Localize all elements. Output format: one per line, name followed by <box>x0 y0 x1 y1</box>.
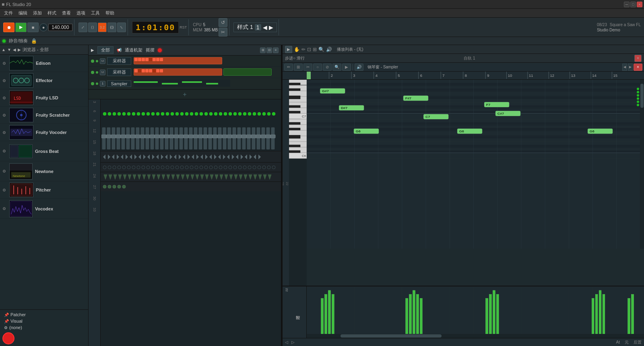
svg-rect-111 <box>233 128 236 149</box>
pattern-prev[interactable]: ◀ <box>263 24 267 31</box>
menu-options[interactable]: 选项 <box>74 10 88 16</box>
svg-text:8: 8 <box>465 74 467 78</box>
nav-down-icon[interactable]: ▼ <box>7 47 11 52</box>
svg-rect-420 <box>603 295 605 337</box>
plugin-item-pitcher[interactable]: ⚙ Pitcher <box>0 181 88 199</box>
maximize-button[interactable]: □ <box>630 2 636 7</box>
ch-mute-2[interactable]: M <box>100 70 105 75</box>
back-icon[interactable]: ◀ <box>13 47 16 52</box>
mode-group: ⤢ ⟨⟩ 3.2 ⟪⟫ ⤣ <box>77 19 128 35</box>
close-button[interactable]: × <box>637 2 642 7</box>
step-sequencer: 3 6 9 12 15 18 21 24 27 30 33 <box>89 99 281 346</box>
gear-icon-fruityvocoder: ⚙ <box>2 130 6 135</box>
ch-name-3[interactable]: Sampler <box>107 80 131 87</box>
record-btn2[interactable]: ● <box>39 23 47 31</box>
plugin-list: ⚙ Edison ⚙ <box>0 55 88 309</box>
record-button[interactable]: ⏺ <box>3 23 14 32</box>
hscrollbar[interactable] <box>307 334 644 338</box>
plugin-thumb-edison <box>9 56 33 70</box>
plugin-item-fruityvocoder[interactable]: ⚙ Fruity <box>0 124 88 141</box>
plugin-item-vocodex[interactable]: ⚙ Vocodex <box>0 199 88 219</box>
transport-group: ⏺ ▶ ■ ● 140.000 <box>2 19 74 35</box>
pr-close-x[interactable]: × <box>634 64 642 71</box>
mode-btn-5[interactable]: ⤣ <box>117 23 126 32</box>
svg-rect-134 <box>169 135 174 138</box>
ch-name-1[interactable]: 采样器 <box>107 57 131 65</box>
pr-speaker-btn[interactable]: 🔊 <box>355 64 363 71</box>
svg-rect-135 <box>174 135 179 138</box>
plugin-item-grossbeat[interactable]: ⚙ Gross Beat <box>0 141 88 161</box>
grid-btn-1[interactable]: ⊞ <box>260 47 266 53</box>
pr-slice-btn[interactable]: ⊘ <box>323 64 332 71</box>
settings-btn[interactable]: ✂ <box>219 28 227 37</box>
beat-pattern-1[interactable] <box>134 57 222 64</box>
ch-dot-2b <box>96 71 98 74</box>
plugin-item-effector[interactable]: ⚙ Effector <box>0 72 88 89</box>
svg-text:4: 4 <box>376 74 378 78</box>
grid-btn-3[interactable]: ≡ <box>273 47 279 53</box>
pr-nav-right[interactable]: ▶ <box>628 64 633 71</box>
sidebar-none[interactable]: ⚙ (none) <box>2 324 86 331</box>
pattern-next[interactable]: ▶ <box>269 24 273 31</box>
forward-icon[interactable]: ▶ <box>18 47 21 52</box>
green-pattern-2[interactable] <box>223 68 272 76</box>
rack-label: 通道机架 <box>125 47 142 53</box>
menu-file[interactable]: 文件 <box>2 10 15 16</box>
mode-btn-3[interactable]: 3.2 <box>98 23 107 32</box>
pr-delete-btn[interactable]: ✂ <box>303 64 312 71</box>
pr-mute-btn[interactable]: ○ <box>313 64 322 71</box>
ch-name-2[interactable]: 采样器 <box>107 68 131 76</box>
playlist-btn[interactable]: ▶ <box>285 46 292 53</box>
menu-edit[interactable]: 编辑 <box>16 10 30 16</box>
zoom-controls-left[interactable]: ◁ <box>285 340 288 344</box>
hscrollbar-thumb[interactable] <box>341 334 442 338</box>
mode-btn-4[interactable]: ⟪⟫ <box>107 23 116 32</box>
svg-text:10: 10 <box>508 74 512 78</box>
pr-close-btn[interactable]: × <box>634 55 642 62</box>
left-label-area: 22 23 24 <box>283 80 289 286</box>
pr-play-btn[interactable]: ▶ <box>342 64 351 71</box>
nav-arrow-left[interactable]: ▶ <box>91 48 94 52</box>
vscrollbar-thumb[interactable] <box>640 84 644 108</box>
plugin-item-newtone[interactable]: ⚙ Newtone Newtone <box>0 161 88 181</box>
nav-up-icon[interactable]: ▲ <box>2 47 6 52</box>
plugin-thumb-fruityscratcher <box>9 108 33 122</box>
ch-number-3[interactable]: 1 <box>100 81 105 86</box>
pr-zoom-btn[interactable]: 🔍 <box>332 64 341 71</box>
record-button-large[interactable] <box>2 332 14 344</box>
gear-icon-effector: ⚙ <box>2 78 6 83</box>
minimize-button[interactable]: ─ <box>624 2 630 7</box>
plugin-item-edison[interactable]: ⚙ Edison <box>0 55 88 72</box>
menu-add[interactable]: 添加 <box>31 10 44 16</box>
sidebar-patcher[interactable]: 📌 Patcher <box>2 311 86 318</box>
menu-view[interactable]: 查看 <box>60 10 73 16</box>
all-selector[interactable]: 全部 <box>97 46 114 54</box>
menu-help[interactable]: 帮助 <box>103 10 117 16</box>
menu-tools[interactable]: 工具 <box>89 10 102 16</box>
mode-btn-1[interactable]: ⤢ <box>78 23 87 32</box>
svg-point-81 <box>267 112 270 115</box>
status-info-right: At <box>616 340 620 344</box>
vscrollbar[interactable] <box>640 80 644 249</box>
pr-draw-btn[interactable]: ✏ <box>284 64 293 71</box>
bpm-display[interactable]: 140.000 <box>48 24 72 31</box>
svg-rect-407 <box>332 295 334 337</box>
refresh-btn[interactable]: ↺ <box>219 18 227 27</box>
title-controls: ─ □ × <box>624 2 642 7</box>
plugin-item-fruityscratcher[interactable]: ⚙ Fruity Scratcher <box>0 107 88 124</box>
pr-nav-left[interactable]: ◀ <box>622 64 627 71</box>
pattern-selector[interactable]: 样式 1 1 ◀ ▶ <box>233 23 277 32</box>
grid-btn-2[interactable]: ⊟ <box>266 47 272 53</box>
menu-style[interactable]: 样式 <box>45 10 59 16</box>
add-channel-button[interactable]: + <box>183 91 186 98</box>
plugin-item-fruitylsd[interactable]: ⚙ LSD Fruity LSD <box>0 89 88 107</box>
ch-mute-1[interactable]: M <box>100 58 105 64</box>
sidebar-visual[interactable]: 📌 Visual <box>2 318 86 324</box>
beat-pattern-2[interactable] <box>134 68 222 76</box>
zoom-controls-right[interactable]: ▷ <box>291 340 295 344</box>
mode-btn-2[interactable]: ⟨⟩ <box>88 23 97 32</box>
pr-select-btn[interactable]: ⊞ <box>294 64 303 71</box>
svg-text:G6: G6 <box>356 129 361 133</box>
play-button[interactable]: ▶ <box>15 23 27 32</box>
stop-button[interactable]: ■ <box>27 23 39 32</box>
